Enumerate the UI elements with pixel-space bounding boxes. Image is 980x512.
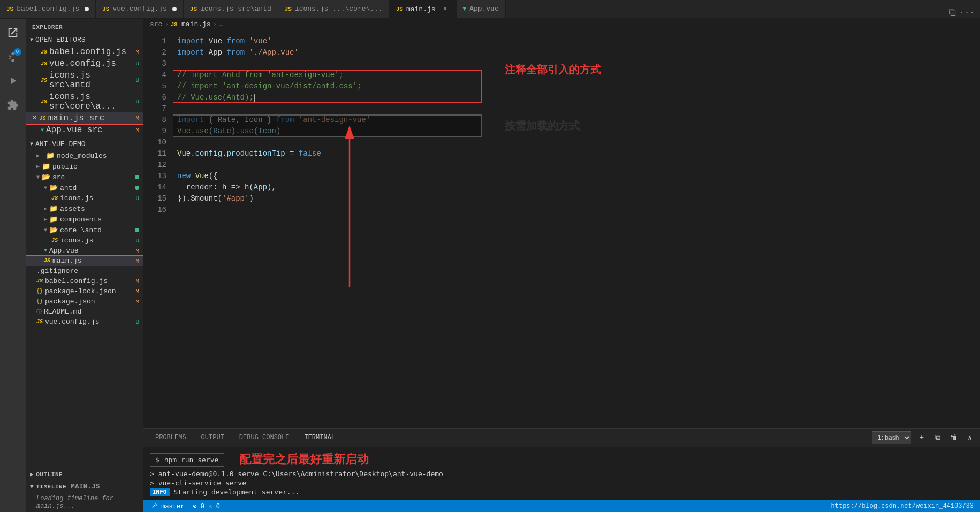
close-panel-button[interactable]: ∧ <box>964 432 976 444</box>
code-line-14: render: h => h(App), <box>173 182 980 193</box>
tab-vue-config[interactable]: JS vue.config.js <box>96 0 184 18</box>
code-line-1: import Vue from 'vue' <box>173 36 980 47</box>
code-content[interactable]: import Vue from 'vue' import App from '.… <box>173 30 980 428</box>
tab-main[interactable]: JS main.js × <box>390 0 457 18</box>
tree-readme[interactable]: ⓘ README.md <box>26 307 143 317</box>
chevron-icon: ▼ <box>30 141 33 147</box>
sidebar-title: EXPLORER <box>26 19 143 34</box>
tree-assets[interactable]: ▶ 📁 assets <box>26 203 143 214</box>
delete-terminal-button[interactable]: 🗑 <box>948 432 960 444</box>
tree-packagelock[interactable]: {} package-lock.json M <box>26 286 143 296</box>
open-editor-main[interactable]: × JS main.js src M <box>26 112 143 124</box>
open-editor-icons-core[interactable]: JS icons.js src\core\a... U <box>26 91 143 112</box>
open-editor-appvue[interactable]: ▼ App.vue src M <box>26 124 143 136</box>
open-editor-icons-antd[interactable]: JS icons.js src\antd U <box>26 70 143 91</box>
chevron-right-icon: ▶ <box>44 205 47 212</box>
folder-icon: 📁 <box>49 204 58 213</box>
tab-icons-antd[interactable]: JS icons.js src\antd <box>184 0 278 18</box>
untracked-badge: U <box>135 98 143 105</box>
info-badge: INFO <box>150 488 170 496</box>
file-name: vue.config.js <box>49 59 133 68</box>
open-editor-vueconfig[interactable]: JS vue.config.js U <box>26 58 143 70</box>
split-terminal-button[interactable]: ⧉ <box>932 432 944 444</box>
tree-main[interactable]: JS main.js M <box>26 256 143 266</box>
tree-src[interactable]: ▼ 📂 src <box>26 172 143 182</box>
folder-icon: 📁 <box>46 151 55 160</box>
tab-babel[interactable]: JS babel.config.js <box>0 0 96 18</box>
js-icon: JS <box>41 78 47 83</box>
file-name: main.js <box>52 257 133 265</box>
folder-name: assets <box>60 205 143 213</box>
open-editors-section[interactable]: ▼ OPEN EDITORS <box>26 34 143 46</box>
timeline-loading: Loading timeline for main.js... <box>26 493 143 512</box>
status-errors: ⊗ 0 ⚠ 0 <box>193 502 219 510</box>
file-name: babel.config.js <box>45 277 133 285</box>
file-name: icons.js src\antd <box>49 71 133 90</box>
file-name: .gitignore <box>36 267 143 275</box>
modified-indicator <box>85 7 89 11</box>
code-line-12 <box>173 159 980 171</box>
code-editor[interactable]: 1 2 3 4 5 6 7 8 9 10 11 12 13 14 15 16 <box>143 30 980 428</box>
run-activity-icon[interactable] <box>4 71 22 90</box>
untracked-badge: U <box>135 319 143 325</box>
annotation-red-box-label: 注释全部引入的方式 <box>505 64 601 75</box>
terminal-content[interactable]: $ npm run serve 配置完之后最好重新启动 > ant-vue-de… <box>143 447 980 500</box>
js-icon: JS <box>44 258 50 264</box>
panel-tab-debug[interactable]: DEBUG CONSOLE <box>232 429 297 447</box>
file-name: icons.js src\core\a... <box>49 92 133 111</box>
more-actions-button[interactable]: ··· <box>959 8 975 18</box>
project-section[interactable]: ▼ ANT-VUE-DEMO <box>26 138 143 150</box>
js-icon: JS <box>6 6 13 12</box>
project-name: ANT-VUE-DEMO <box>35 140 86 148</box>
file-name: main.js src <box>48 113 134 123</box>
tree-icons-core[interactable]: JS icons.js U <box>26 235 143 246</box>
bash-selector[interactable]: 1: bash <box>872 431 911 444</box>
folder-icon: 📂 <box>49 184 58 192</box>
annotation-black-box-label: 按需加载的方式 <box>505 120 580 132</box>
tree-appvue[interactable]: ▼ App.vue M <box>26 246 143 256</box>
file-name: vue.config.js <box>45 318 133 326</box>
chevron-right-icon: ▶ <box>36 163 40 170</box>
line-numbers: 1 2 3 4 5 6 7 8 9 10 11 12 13 14 15 16 <box>143 30 173 428</box>
folder-icon: 📂 <box>42 173 50 181</box>
panel-tab-problems[interactable]: PROBLEMS <box>148 429 194 447</box>
split-editor-button[interactable]: ⧉ <box>949 7 956 18</box>
breadcrumb-src: src <box>150 20 162 28</box>
folder-icon: 📂 <box>49 226 58 234</box>
status-git: ⎇ master <box>150 502 184 510</box>
explorer-activity-icon[interactable] <box>4 23 22 42</box>
outline-section[interactable]: ▶ OUTLINE <box>26 468 143 480</box>
tree-node-modules[interactable]: ▶ 📁 node_modules <box>26 150 143 161</box>
open-editor-babel[interactable]: JS babel.config.js M <box>26 46 143 58</box>
js-icon: JS <box>285 6 292 12</box>
tree-gitignore[interactable]: .gitignore <box>26 266 143 276</box>
tab-label: icons.js ...\core\... <box>295 5 383 13</box>
panel-tab-terminal[interactable]: TERMINAL <box>297 429 343 447</box>
tree-babel[interactable]: JS babel.config.js M <box>26 276 143 286</box>
extensions-activity-icon[interactable] <box>4 95 22 114</box>
tree-icons-antd[interactable]: JS icons.js U <box>26 193 143 203</box>
chevron-down-icon: ▼ <box>44 227 47 233</box>
tree-components[interactable]: ▶ 📁 components <box>26 214 143 225</box>
terminal-info-text: Starting development server... <box>174 488 300 496</box>
js-icon: JS <box>190 6 197 12</box>
close-tab-button[interactable]: × <box>441 5 450 13</box>
js-icon: JS <box>40 116 46 121</box>
tree-public[interactable]: ▶ 📁 public <box>26 161 143 172</box>
timeline-section[interactable]: ▼ TIMELINE main.js <box>26 480 143 493</box>
new-terminal-button[interactable]: + <box>916 432 928 444</box>
tab-icons-core[interactable]: JS icons.js ...\core\... <box>278 0 390 18</box>
source-control-activity-icon[interactable] <box>4 47 22 66</box>
folder-name: node_modules <box>57 152 143 160</box>
file-name: icons.js <box>60 236 133 244</box>
tree-vueconfig[interactable]: JS vue.config.js U <box>26 317 143 327</box>
tree-package[interactable]: {} package.json M <box>26 296 143 307</box>
chevron-icon: ▼ <box>30 37 33 43</box>
tree-antd[interactable]: ▼ 📂 antd <box>26 182 143 193</box>
vue-icon: ▼ <box>41 127 44 133</box>
tree-core[interactable]: ▼ 📂 core \antd <box>26 225 143 235</box>
terminal-command-box: $ npm run serve <box>150 453 224 467</box>
panel-tab-output[interactable]: OUTPUT <box>194 429 232 447</box>
folder-icon: 📁 <box>49 215 58 224</box>
tab-appvue[interactable]: ▼ App.vue <box>457 0 506 18</box>
